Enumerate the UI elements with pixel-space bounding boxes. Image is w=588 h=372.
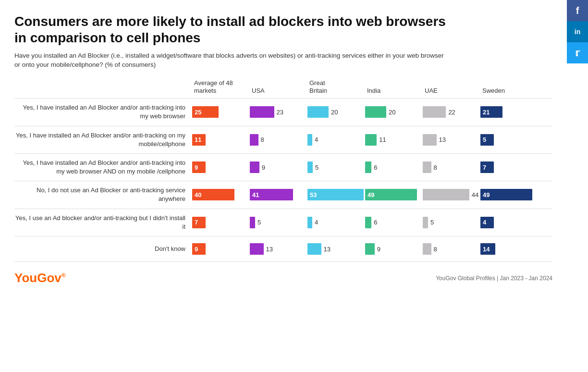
bar-wrap: 49 — [365, 189, 417, 200]
data-cell: 8 — [423, 243, 480, 255]
bar-value: 8 — [434, 246, 437, 253]
bar — [423, 161, 431, 173]
bar-wrap: 11 — [365, 134, 386, 146]
bar: 41 — [250, 189, 293, 200]
bar-value: 9 — [195, 164, 198, 171]
data-cell: 41 — [250, 189, 307, 200]
data-cell: 20 — [307, 106, 365, 118]
table-row: Yes, I have installed an Ad Blocker and/… — [14, 126, 552, 153]
facebook-button[interactable]: f — [567, 0, 588, 21]
bar-value: 13 — [439, 136, 446, 143]
table-row: No, I do not use an Ad Blocker or anti-t… — [14, 181, 552, 208]
linkedin-icon: in — [575, 28, 580, 36]
row-label: Don't know — [14, 245, 192, 253]
bar-wrap: 21 — [480, 106, 502, 118]
bar-wrap: 4 — [307, 217, 318, 228]
linkedin-button[interactable]: in — [567, 21, 588, 42]
data-cell: 9 — [365, 243, 423, 255]
bar-wrap: 6 — [365, 217, 377, 228]
bar: 49 — [365, 189, 417, 200]
col-header-avg: Average of 48markets — [192, 79, 250, 94]
bar: 21 — [480, 106, 502, 118]
bar-wrap: 8 — [423, 161, 437, 173]
bar-value: 9 — [195, 246, 198, 253]
data-cell: 4 — [480, 217, 538, 228]
row-label: Yes, I have installed an Ad Blocker and/… — [14, 159, 192, 176]
bar-value: 13 — [266, 246, 273, 253]
data-cell: 22 — [423, 106, 480, 118]
bar — [250, 243, 264, 255]
bar-wrap: 13 — [423, 134, 446, 146]
bar-value: 40 — [195, 191, 201, 198]
bar — [250, 106, 274, 118]
bar-value: 5 — [257, 219, 261, 226]
bar-value: 14 — [483, 246, 490, 253]
bar-value: 20 — [331, 109, 338, 116]
row-data: 404153494449 — [192, 189, 552, 200]
data-cell: 9 — [192, 243, 250, 255]
bar — [307, 106, 329, 118]
subtitle: Have you installed an Ad Blocker (i.e., … — [14, 51, 447, 70]
bar-value: 5 — [315, 164, 318, 171]
bar — [307, 243, 321, 255]
data-cell: 40 — [192, 189, 250, 200]
data-cell: 49 — [480, 189, 538, 200]
bar-wrap: 7 — [192, 217, 206, 228]
bar-wrap: 44 — [423, 189, 478, 200]
bar — [423, 134, 437, 146]
bar-wrap: 13 — [307, 243, 331, 255]
bar-value: 25 — [195, 109, 201, 116]
bar-value: 5 — [483, 136, 486, 143]
bar — [423, 217, 428, 228]
bar-value: 6 — [374, 164, 377, 171]
bar-wrap: 8 — [423, 243, 437, 255]
bar-value: 9 — [262, 164, 265, 171]
bar-value: 11 — [195, 136, 201, 143]
bar-wrap: 5 — [250, 217, 261, 228]
data-cell: 20 — [365, 106, 423, 118]
bar — [307, 161, 313, 173]
data-cell: 9 — [192, 161, 250, 173]
bar-value: 4 — [483, 219, 486, 226]
table-row: Don't know913139814 — [14, 236, 552, 262]
bar: 4 — [480, 217, 494, 228]
data-cell: 11 — [192, 134, 250, 146]
rows-container: Yes, I have installed an Ad Blocker and/… — [14, 98, 552, 262]
data-cell: 13 — [307, 243, 365, 255]
bar-wrap: 11 — [192, 134, 206, 146]
bar-wrap: 20 — [307, 106, 338, 118]
bar-wrap: 9 — [365, 243, 380, 255]
bar: 11 — [192, 134, 206, 146]
bar — [250, 161, 259, 173]
data-cell: 6 — [365, 217, 423, 228]
row-data: 913139814 — [192, 243, 552, 255]
bar — [250, 217, 255, 228]
bar — [307, 134, 312, 146]
row-label: Yes, I use an Ad blocker and/or anti-tra… — [14, 214, 192, 231]
social-sidebar: f in 𝕣 — [567, 0, 588, 63]
bar-wrap: 20 — [365, 106, 395, 118]
bar-wrap: 13 — [250, 243, 273, 255]
bar — [250, 134, 258, 146]
bar-value: 20 — [389, 109, 395, 116]
data-cell: 25 — [192, 106, 250, 118]
row-data: 118411135 — [192, 134, 552, 146]
bar-value: 11 — [379, 136, 386, 143]
data-cell: 14 — [480, 243, 538, 255]
bar: 9 — [192, 243, 206, 255]
bar — [307, 217, 312, 228]
bar — [365, 217, 371, 228]
bar: 40 — [192, 189, 234, 200]
bar-wrap: 14 — [480, 243, 495, 255]
data-cell: 7 — [480, 161, 538, 173]
table-row: Yes, I use an Ad blocker and/or anti-tra… — [14, 209, 552, 236]
bar-value: 8 — [261, 136, 264, 143]
twitter-button[interactable]: 𝕣 — [567, 42, 588, 63]
main-container: Consumers are more likely to install ad … — [0, 0, 567, 295]
bar: 25 — [192, 106, 219, 118]
bar-wrap: 4 — [307, 134, 318, 146]
bar-wrap: 25 — [192, 106, 219, 118]
facebook-icon: f — [576, 5, 579, 16]
bar-wrap: 5 — [307, 161, 318, 173]
bar: 5 — [480, 134, 494, 146]
